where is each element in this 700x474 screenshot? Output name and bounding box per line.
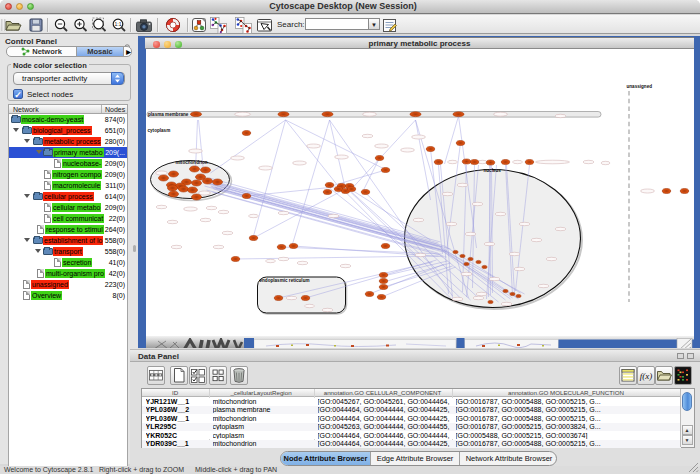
svg-text:mitochondrion: mitochondrion bbox=[175, 160, 207, 165]
svg-text:endoplasmic reticulum: endoplasmic reticulum bbox=[259, 278, 309, 283]
svg-text:nucleus: nucleus bbox=[483, 168, 501, 173]
svg-text:cytoplasm: cytoplasm bbox=[147, 128, 170, 133]
svg-text:f(x): f(x) bbox=[640, 371, 653, 381]
svg-text:unassigned: unassigned bbox=[626, 84, 652, 89]
svg-text:1:1: 1:1 bbox=[115, 21, 122, 27]
svg-text:plasma membrane: plasma membrane bbox=[148, 112, 189, 117]
